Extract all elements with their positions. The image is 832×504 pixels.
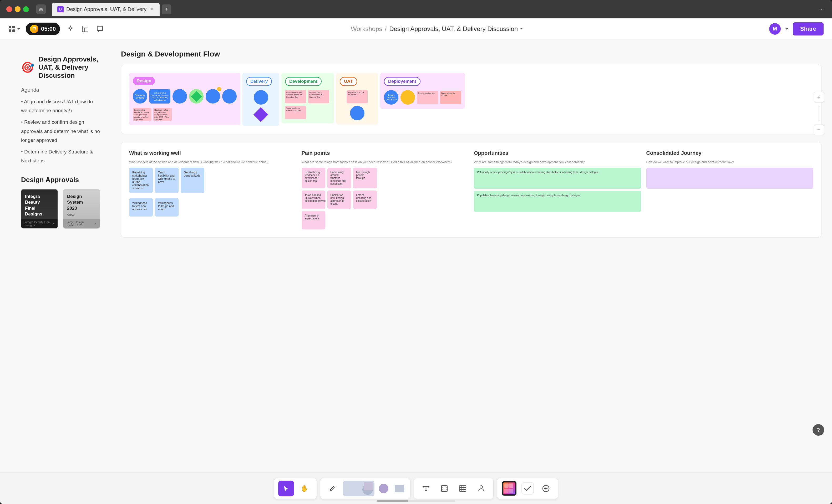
timer-badge[interactable]: ⏱ 05:00	[26, 23, 60, 35]
approval-card-design-system[interactable]: Design System2023 View Large Design Syst…	[63, 189, 100, 229]
frame-tool[interactable]	[437, 481, 452, 496]
retro-cards-4	[646, 168, 813, 189]
retro-card[interactable]: Tasks handed up slow when decided/approv…	[302, 191, 325, 209]
checklist-tool[interactable]	[520, 481, 536, 496]
tab-close-button[interactable]: ×	[149, 6, 154, 12]
toolbar-left: ⏱ 05:00	[8, 23, 105, 35]
agenda-panel: 🎯 Design Approvals, UAT, & Delivery Disc…	[10, 50, 110, 234]
traffic-lights	[6, 6, 29, 12]
add-tool[interactable]	[538, 481, 554, 496]
svg-rect-4	[82, 26, 88, 32]
breadcrumb-current: Design Approvals, UAT, & Delivery Discus…	[389, 25, 524, 33]
person-tool[interactable]	[473, 481, 489, 496]
uat-sticky-1: Regression & QA for action	[346, 90, 368, 103]
breadcrumb-workshops[interactable]: Workshops	[351, 25, 382, 33]
retro-col-subtitle-3: What are some things from today's design…	[474, 160, 641, 164]
design-node-5: !	[206, 89, 220, 104]
lane-deployment-header: Deployement	[384, 77, 420, 86]
zoom-in-button[interactable]: +	[813, 92, 824, 103]
retro-card[interactable]: Population becoming design involved and …	[474, 191, 641, 212]
close-button[interactable]	[6, 6, 12, 12]
lane-design: Design Discovery Scoping Collaborative D…	[129, 73, 240, 125]
deploy-sticky-2: Bugs added to issues	[440, 91, 461, 104]
retro-card[interactable]: Willingness to test new approaches	[129, 198, 153, 217]
deploy-node-2	[400, 90, 415, 105]
retro-card[interactable]: Not enough people through	[353, 168, 377, 188]
scroll-thumb	[376, 500, 408, 502]
tab-bar: D Design Approvals, UAT, & Delivery × +	[52, 3, 814, 16]
svg-point-19	[480, 485, 483, 488]
help-button[interactable]: ?	[812, 424, 824, 436]
active-tab[interactable]: D Design Approvals, UAT, & Delivery ×	[52, 3, 160, 16]
retro-col-subtitle-1: What aspects of the design and developme…	[129, 160, 296, 164]
design-node-1: Discovery Scoping	[133, 89, 147, 104]
ai-button[interactable]	[65, 24, 76, 34]
table-tool[interactable]	[455, 481, 471, 496]
svg-point-7	[423, 486, 424, 487]
retro-card[interactable]: Potentially deciding Design System colla…	[474, 168, 641, 189]
shape-rect[interactable]	[393, 482, 406, 495]
canvas-inner: 🎯 Design Approvals, UAT, & Delivery Disc…	[10, 50, 822, 260]
layout-button[interactable]	[80, 24, 90, 34]
retro-col-opportunities: Opportunities What are some things from …	[474, 150, 641, 229]
toolbar-actions	[65, 24, 105, 34]
retro-col-subtitle-2: What are some things from today's sessio…	[302, 160, 469, 164]
retro-card[interactable]: Alignment of expectations	[302, 211, 325, 229]
toolbar-right: M Share	[769, 22, 824, 35]
sticky-engineering: Engineering kickback - Share to engineer…	[133, 108, 151, 121]
svg-rect-2	[9, 29, 11, 32]
title-bar-actions: ···	[818, 5, 826, 13]
retro-card[interactable]: Contradictory feedback on direction for …	[302, 168, 325, 188]
shape-circle[interactable]	[377, 482, 390, 495]
template-tool[interactable]	[501, 481, 517, 496]
hand-tool[interactable]: ✋	[296, 481, 312, 496]
canvas-area[interactable]: 🎯 Design Approvals, UAT, & Delivery Disc…	[0, 39, 832, 473]
pen-tool[interactable]	[324, 481, 340, 496]
lane-uat-header: UAT	[340, 77, 357, 86]
retro-card[interactable]: Get things done attitude	[181, 168, 204, 193]
retro-col-consolidated: Consolidated Journey How do we want to i…	[646, 150, 813, 229]
chat-button[interactable]	[95, 24, 105, 34]
flow-section: Design & Development Flow Design	[121, 50, 822, 237]
home-button[interactable]	[36, 4, 46, 14]
retro-card[interactable]: Receiving stakeholder feedback during co…	[129, 168, 153, 193]
retro-card[interactable]: Willingness to let go and adapt	[155, 198, 179, 217]
minimize-button[interactable]	[15, 6, 21, 12]
lane-delivery: Delivery	[242, 73, 279, 126]
tool-group-main	[414, 478, 494, 499]
retro-card[interactable]: Lots of debating and collaboration	[353, 191, 377, 209]
agenda-items: Align and discuss UAT (how do we determi…	[21, 97, 100, 165]
lane-delivery-header: Delivery	[246, 77, 272, 86]
maximize-button[interactable]	[23, 6, 29, 12]
cursor-tool[interactable]	[278, 481, 294, 496]
app-window: D Design Approvals, UAT, & Delivery × + …	[0, 0, 832, 504]
retro-card[interactable]: Uncertainty around whether meetings are …	[328, 168, 351, 188]
retro-col-subtitle-4: How do we want to improve our design and…	[646, 160, 813, 164]
delivery-diamond	[254, 107, 268, 122]
svg-rect-0	[9, 26, 11, 28]
approval-card-integra[interactable]: Integra BeautyFinal Designs View Integra…	[21, 189, 58, 229]
design-node-6	[222, 89, 237, 104]
timer-icon: ⏱	[30, 25, 38, 33]
svg-rect-3	[12, 29, 15, 32]
retro-card[interactable]: Unclear on best design approach to testi…	[328, 191, 351, 209]
new-tab-button[interactable]: +	[162, 4, 171, 14]
zoom-scrollbar	[818, 106, 819, 121]
bottom-toolbar: ✋	[0, 473, 832, 504]
deploy-sticky-1: Deploy on live site	[417, 91, 438, 104]
retro-card[interactable]	[646, 168, 813, 189]
agenda-item: Review and confirm design approvals and …	[21, 118, 100, 145]
tool-group-cursor: ✋	[274, 478, 317, 499]
design-node-2: Collaborative Discovery, Scoping, UAT ✓ …	[149, 89, 171, 104]
svg-point-8	[428, 486, 429, 487]
share-button[interactable]: Share	[793, 22, 824, 35]
svg-rect-14	[460, 485, 466, 492]
zoom-out-button[interactable]: −	[813, 124, 824, 135]
retro-col-title-2: Pain points	[302, 150, 469, 156]
text-tool[interactable]	[418, 481, 434, 496]
retro-cards-3: Potentially deciding Design System colla…	[474, 168, 641, 212]
user-avatar[interactable]: M	[769, 23, 781, 35]
svg-rect-1	[12, 26, 15, 28]
grid-menu-button[interactable]	[8, 26, 21, 32]
retro-card[interactable]: Team flexibility and willingness to pivo…	[155, 168, 179, 193]
